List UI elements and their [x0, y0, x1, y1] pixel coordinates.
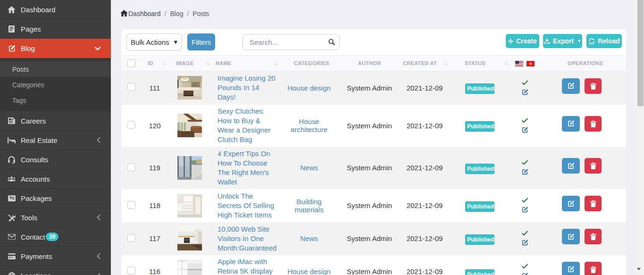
svg-text:$: $	[9, 195, 11, 200]
